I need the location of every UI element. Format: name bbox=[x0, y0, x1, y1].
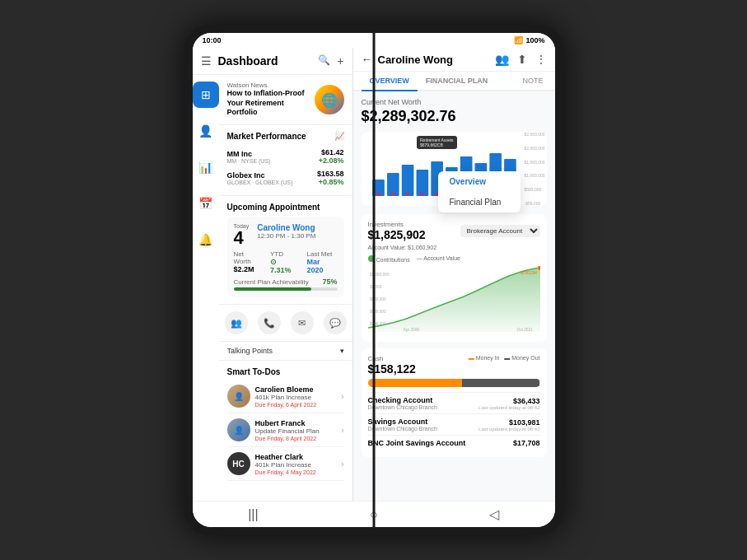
svg-rect-2 bbox=[401, 165, 413, 196]
tab-overview[interactable]: OVERVIEW bbox=[362, 72, 418, 91]
news-text: Watson News How to Inflation-Proof Your … bbox=[227, 82, 310, 118]
appointment-time: 12:30 PM - 1:30 PM bbox=[257, 232, 315, 240]
money-out-label: Money Out bbox=[511, 355, 539, 361]
plan-label: Current Plan Achievability bbox=[234, 278, 309, 286]
brokerage-select[interactable]: Brokerage Account bbox=[460, 225, 540, 237]
appointment-client-name: Caroline Wong bbox=[257, 223, 315, 232]
chevron-down-icon: ▾ bbox=[340, 347, 344, 355]
add-contact-icon[interactable]: 👥 bbox=[225, 311, 248, 334]
wifi-icon: 📶 bbox=[514, 36, 523, 44]
sidebar: ⊞ 👤 📊 📅 🔔 bbox=[193, 75, 219, 501]
market-performance-section: Market Performance 📈 MM Inc MM · NYSE (U… bbox=[219, 125, 352, 196]
chart-tooltip: Retirement Assets$679,662CB bbox=[417, 136, 457, 149]
ytd-label: YTD bbox=[270, 250, 299, 258]
checking-account-branch: Downtown Chicago Branch bbox=[368, 404, 437, 410]
phone-icon[interactable]: 📞 bbox=[258, 311, 281, 334]
net-worth-value: $2.2M bbox=[234, 265, 262, 273]
todo-chevron-3: › bbox=[341, 460, 343, 469]
investments-label: Investments bbox=[368, 221, 426, 228]
ytd-value: ⊙ 7.31% bbox=[270, 258, 299, 274]
email-icon[interactable]: ✉ bbox=[291, 311, 314, 334]
savings-account-row[interactable]: Savings Account Downtown Chicago Branch … bbox=[368, 413, 540, 435]
appointment-section-title: Upcoming Appointment bbox=[227, 203, 320, 212]
plan-progress-fill bbox=[234, 287, 312, 291]
todo-item-2[interactable]: 👤 Hubert Franck Update Financial Plan Du… bbox=[227, 413, 344, 447]
todo-text-2: Hubert Franck Update Financial Plan Due … bbox=[255, 419, 320, 441]
add-advisor-icon[interactable]: 👥 bbox=[495, 53, 509, 66]
stock-name-2: Globex Inc bbox=[227, 171, 293, 180]
stock-row-2[interactable]: Globex Inc GLOBEX · GLOBEX (US) $163.58 … bbox=[227, 167, 344, 189]
investments-section: Investments $1,825,902 Brokerage Account… bbox=[362, 214, 547, 342]
stock-price-1: $61.42 bbox=[319, 148, 344, 156]
dropdown-overview[interactable]: Overview bbox=[438, 171, 521, 192]
todo-chevron-1: › bbox=[341, 392, 343, 401]
bnc-account-row[interactable]: BNC Joint Savings Account $17,708 bbox=[368, 435, 540, 450]
appointment-card[interactable]: Today 4 Caroline Wong 12:30 PM - 1:30 PM bbox=[227, 217, 344, 297]
todo-chevron-2: › bbox=[341, 426, 343, 435]
talking-points-label: Talking Points bbox=[227, 347, 273, 355]
right-top-bar: ← Caroline Wong 👥 ⬆ ⋮ bbox=[353, 48, 555, 72]
cash-bar bbox=[368, 379, 540, 387]
svg-point-13 bbox=[420, 193, 423, 196]
todo-due-3: Due Friday, 4 May 2022 bbox=[255, 469, 316, 475]
news-card[interactable]: Watson News How to Inflation-Proof Your … bbox=[219, 75, 352, 125]
todo-text-3: Heather Clark 401k Plan Increase Due Fri… bbox=[255, 453, 316, 475]
sidebar-item-calendar[interactable]: 📅 bbox=[193, 190, 219, 217]
nav-recents-button[interactable]: ◁ bbox=[489, 506, 499, 522]
checking-account-row[interactable]: Checking Account Downtown Chicago Branch… bbox=[368, 392, 540, 413]
sidebar-item-dashboard[interactable]: ⊞ bbox=[193, 82, 219, 108]
market-chart-icon[interactable]: 📈 bbox=[334, 132, 344, 141]
todo-item-1[interactable]: 👤 Carolien Bloeme 401k Plan Increase Due… bbox=[227, 380, 344, 413]
last-met-value: Mar 2020 bbox=[307, 258, 338, 274]
device-frame: 10:00 📶 100% ☰ Dashboard 🔍 + bbox=[184, 25, 563, 535]
chat-icon[interactable]: 💬 bbox=[324, 311, 347, 334]
checking-account-amount: $36,433 bbox=[479, 397, 539, 405]
sidebar-item-portfolio[interactable]: 📊 bbox=[193, 154, 219, 180]
todo-task-1: 401k Plan Increase bbox=[255, 394, 317, 401]
sidebar-item-contacts[interactable]: 👤 bbox=[193, 118, 219, 144]
tab-financial-plan[interactable]: FINANCIAL PLAN bbox=[418, 72, 496, 91]
savings-account-updated: Last updated today at 08:42 bbox=[479, 427, 539, 432]
action-icons-row: 👥 📞 ✉ 💬 bbox=[219, 305, 352, 342]
plan-progress-bar bbox=[234, 287, 338, 291]
dropdown-financial-plan[interactable]: Financial Plan bbox=[438, 192, 521, 212]
more-options-icon[interactable]: ⋮ bbox=[535, 53, 547, 66]
smart-todos-title: Smart To-Dos bbox=[227, 367, 344, 376]
todo-item-3[interactable]: HC Heather Clark 401k Plan Increase Due … bbox=[227, 447, 344, 481]
appointment-date: 4 bbox=[234, 229, 250, 247]
add-icon[interactable]: + bbox=[337, 54, 343, 68]
chart-legend: Contributions — Account Value bbox=[368, 255, 540, 263]
checking-account-updated: Last updated today at 08:42 bbox=[479, 405, 539, 410]
plan-pct: 75% bbox=[322, 278, 337, 286]
svg-point-11 bbox=[391, 193, 395, 196]
back-button[interactable]: ← bbox=[362, 53, 373, 66]
area-chart-svg: $1,060,065 $1,000 $900,000 $800,000 $700… bbox=[368, 266, 540, 332]
savings-account-amount: $103,981 bbox=[479, 418, 539, 427]
dropdown-menu: Overview Financial Plan bbox=[438, 171, 521, 212]
tab-notes[interactable]: NOTE bbox=[519, 72, 546, 90]
right-panel: ← Caroline Wong 👥 ⬆ ⋮ OVERVIEW FINANCIAL… bbox=[353, 48, 555, 501]
todo-name-2: Hubert Franck bbox=[255, 419, 320, 427]
svg-point-12 bbox=[405, 193, 409, 196]
net-worth-label: Current Net Worth bbox=[362, 98, 547, 106]
svg-point-10 bbox=[376, 193, 380, 196]
left-scrollable-content: Watson News How to Inflation-Proof Your … bbox=[219, 75, 352, 501]
share-icon[interactable]: ⬆ bbox=[517, 53, 527, 66]
todo-task-2: Update Financial Plan bbox=[255, 427, 320, 435]
todo-due-1: Due Friday, 6 April 2022 bbox=[255, 402, 317, 408]
todo-text-1: Carolien Bloeme 401k Plan Increase Due F… bbox=[255, 385, 317, 408]
money-in-label: Money In bbox=[476, 355, 500, 361]
net-worth-label: Net Worth bbox=[234, 250, 262, 265]
savings-account-name: Savings Account bbox=[368, 418, 437, 426]
stock-row-1[interactable]: MM Inc MM · NYSE (US) $61.42 +2.08% bbox=[227, 146, 344, 167]
checking-account-name: Checking Account bbox=[368, 396, 437, 404]
last-met-label: Last Met bbox=[307, 250, 338, 258]
sidebar-item-notifications[interactable]: 🔔 bbox=[193, 226, 219, 253]
todo-due-2: Due Friday, 8 April 2022 bbox=[255, 436, 320, 441]
dashboard-title: Dashboard bbox=[218, 54, 278, 68]
hamburger-icon[interactable]: ☰ bbox=[201, 54, 212, 68]
nav-back-button[interactable]: ||| bbox=[248, 507, 258, 522]
stock-change-1: +2.08% bbox=[319, 156, 344, 165]
search-icon[interactable]: 🔍 bbox=[318, 54, 330, 68]
talking-points-row[interactable]: Talking Points ▾ bbox=[219, 342, 352, 361]
